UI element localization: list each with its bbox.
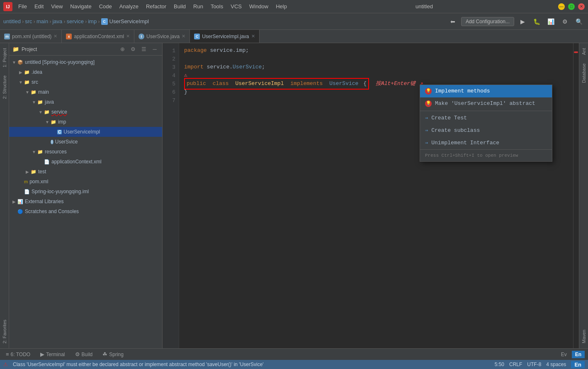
vtab-structure[interactable]: 2: Structure [1, 72, 8, 102]
menu-edit[interactable]: Edit [31, 2, 47, 11]
context-item-create-subclass[interactable]: ⇒ Create subclass [420, 124, 552, 137]
interface-icon-usersvice: I [51, 140, 53, 144]
status-message: Class 'UserServiceImpl' must either be d… [13, 362, 491, 367]
breadcrumb-java[interactable]: java [52, 18, 62, 24]
tree-item-userserviceimpl[interactable]: C UserServiceImpl [9, 127, 162, 137]
menu-file[interactable]: File [15, 2, 30, 11]
vtab-project[interactable]: 1: Project [1, 45, 8, 70]
alt-enter-hint: 按Alt+Enter键 [376, 80, 415, 88]
menu-code[interactable]: Code [96, 2, 115, 11]
tab-close-pom[interactable]: ✕ [53, 34, 57, 39]
tab-close-usersvice[interactable]: ✕ [182, 34, 185, 39]
project-settings-button[interactable]: ⚙ [129, 45, 137, 53]
pom-icon: m [24, 179, 28, 184]
breadcrumb-service[interactable]: service [67, 18, 84, 24]
tree-label-appcontext: applicationContext.xml [51, 159, 102, 165]
project-close-button[interactable]: ─ [151, 45, 159, 53]
debug-button[interactable]: 🐛 [531, 16, 542, 27]
menu-view[interactable]: View [48, 2, 66, 11]
tree-item-root[interactable]: ▼ 📦 untitled [Spring-ioc-yuyongqing] [9, 57, 162, 67]
tab-applicationcontext[interactable]: x applicationContext.xml ✕ [62, 30, 134, 43]
tree-arrow-service: ▼ [37, 110, 44, 114]
folder-icon-service: 📁 [44, 109, 50, 115]
status-indent[interactable]: 4 spaces [546, 362, 566, 367]
extlibs-icon: 📊 [17, 199, 23, 204]
tab-pom-xml[interactable]: m pom.xml (untitled) ✕ [0, 30, 62, 43]
context-item-create-test[interactable]: ⇒ Create Test [420, 112, 552, 124]
tab-close-userserviceimpl[interactable]: ✕ [251, 34, 255, 39]
menu-build[interactable]: Build [170, 2, 189, 11]
vtab-favorites[interactable]: 2: Favorites [1, 316, 8, 347]
context-item-create-subclass-label: Create subclass [431, 126, 480, 135]
menu-navigate[interactable]: Navigate [67, 2, 95, 11]
close-button[interactable]: ✕ [578, 3, 585, 10]
tab-userserviceimpl[interactable]: C UserServiceImpl.java ✕ [190, 30, 259, 43]
breadcrumb-imp[interactable]: imp [88, 18, 97, 24]
tree-item-imp[interactable]: ▼ 📁 imp [9, 117, 162, 127]
tree-item-extlibs[interactable]: ▶ 📊 External Libraries [9, 197, 162, 206]
tree-item-iml[interactable]: 📄 Spring-ioc-yuyongqing.iml [9, 187, 162, 197]
menu-refactor[interactable]: Refactor [143, 2, 170, 11]
run-button[interactable]: ▶ [517, 16, 528, 27]
menu-run[interactable]: Run [190, 2, 207, 11]
status-encoding[interactable]: UTF-8 [527, 362, 541, 367]
settings-button[interactable]: ⚙ [559, 16, 571, 27]
context-item-unimplement[interactable]: ⇒ Unimplement Interface [420, 137, 552, 149]
tree-item-test[interactable]: ▶ 📁 test [9, 167, 162, 177]
tree-item-usersvice[interactable]: I UserSvice [9, 137, 162, 147]
menu-tools[interactable]: Tools [207, 2, 226, 11]
vtab-ant[interactable]: Ant [581, 45, 587, 58]
add-configuration-button[interactable]: Add Configuration... [461, 17, 514, 26]
breadcrumb-src[interactable]: src [25, 18, 32, 24]
status-right: 5:50 CRLF UTF-8 4 spaces En [495, 361, 585, 368]
project-add-button[interactable]: ⊕ [118, 45, 126, 53]
code-line-3: import service.UserSvice; [184, 63, 574, 71]
menu-analyze[interactable]: Analyze [116, 2, 142, 11]
vtab-database[interactable]: Database [581, 60, 587, 86]
tab-label-pom: pom.xml (untitled) [12, 34, 51, 39]
tree-label-main: main [38, 89, 49, 95]
line-num-1: 1 [163, 46, 179, 55]
breadcrumb-project[interactable]: untitled [3, 18, 21, 24]
tree-arrow-extlibs: ▶ [11, 199, 17, 204]
tree-item-idea[interactable]: ▶ 📁 .idea [9, 67, 162, 77]
tree-item-scratches[interactable]: 🔵 Scratches and Consoles [9, 206, 162, 216]
tree-item-java[interactable]: ▼ 📁 java [9, 97, 162, 107]
bottom-spring[interactable]: ☘ Spring [100, 350, 126, 358]
menu-vcs[interactable]: VCS [227, 2, 245, 11]
folder-icon-root: 📦 [17, 60, 23, 65]
coverage-button[interactable]: 📊 [545, 16, 556, 27]
project-gear-button[interactable]: ☰ [140, 45, 148, 53]
status-lang[interactable]: En [571, 361, 585, 368]
bottom-terminal[interactable]: ▶ Terminal [38, 350, 67, 358]
breadcrumb-current[interactable]: UserServiceImpl [109, 18, 149, 24]
nav-back-button[interactable]: ⬅ [447, 16, 459, 27]
tab-usersvice[interactable]: I UserSvice.java ✕ [134, 30, 190, 43]
minimize-button[interactable]: — [558, 3, 565, 10]
code-content[interactable]: package service.imp; import service.User… [179, 43, 579, 348]
menu-help[interactable]: Help [272, 2, 290, 11]
maximize-button[interactable]: □ [568, 3, 575, 10]
status-bar: ⚠ Class 'UserServiceImpl' must either be… [0, 360, 588, 369]
tab-close-appcontext[interactable]: ✕ [126, 34, 130, 39]
editor-area: 1 2 3 4 5 6 7 package service.imp; impor… [163, 43, 579, 348]
error-stripe-mark [574, 51, 578, 53]
tree-item-appcontext[interactable]: 📄 applicationContext.xml [9, 157, 162, 167]
bottom-todo[interactable]: ≡ 6: TODO [3, 350, 33, 358]
tree-item-main[interactable]: ▼ 📁 main [9, 87, 162, 97]
menu-window[interactable]: Window [246, 2, 272, 11]
breadcrumb-main[interactable]: main [36, 18, 48, 24]
tab-icon-usersvice: I [138, 34, 144, 39]
tree-item-resources[interactable]: ▼ 📁 resources [9, 147, 162, 157]
search-button[interactable]: 🔍 [573, 16, 585, 27]
folder-icon-main: 📁 [31, 90, 36, 95]
tree-item-src[interactable]: ▼ 📁 src [9, 77, 162, 87]
bottom-build[interactable]: ⚙ Build [73, 350, 95, 358]
language-indicator[interactable]: En [572, 351, 585, 358]
vtab-maven[interactable]: Maven [581, 326, 587, 347]
context-item-make-abstract[interactable]: 💡 Make 'UserServiceImpl' abstract [420, 97, 552, 110]
tree-item-service[interactable]: ▼ 📁 service [9, 107, 162, 117]
status-linesep[interactable]: CRLF [509, 362, 522, 367]
tree-item-pomxml[interactable]: m pom.xml [9, 177, 162, 187]
context-item-implement-methods[interactable]: 💡 Implement methods [420, 85, 552, 97]
